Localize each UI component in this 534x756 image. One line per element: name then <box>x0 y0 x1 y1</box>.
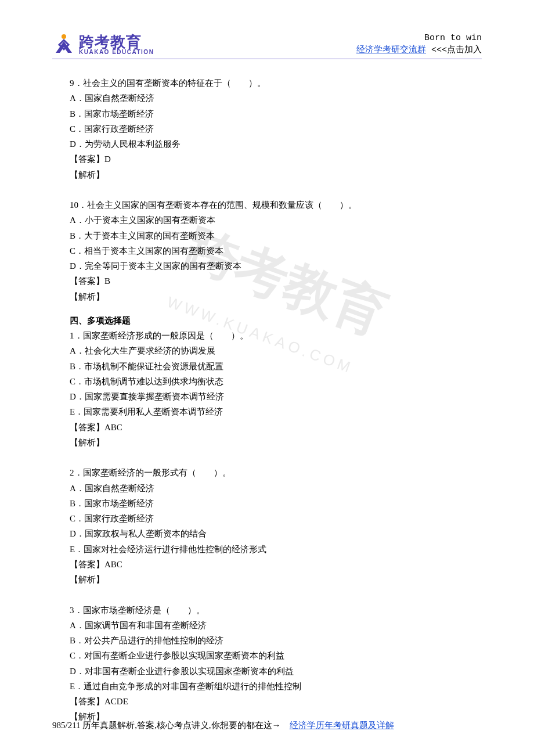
question-option: B．国家市场垄断经济 <box>52 496 482 511</box>
header-link[interactable]: 经济学考研交流群 <box>356 45 426 55</box>
header-slogan: Born to win <box>356 32 482 44</box>
question-stem: 9．社会主义的国有垄断资本的特征在于（ ）。 <box>52 75 482 91</box>
content: 9．社会主义的国有垄断资本的特征在于（ ）。 A．国家自然垄断经济 B．国家市场… <box>52 75 482 725</box>
question-stem: 3．国家市场垄断经济是（ ）。 <box>52 603 482 618</box>
question-option: D．国家政权与私人垄断资本的结合 <box>52 526 482 541</box>
blank-line <box>52 450 482 465</box>
question-option: A．国家自然垄断经济 <box>52 91 482 106</box>
question-option: D．完全等同于资本主义国家的国有垄断资本 <box>52 258 482 273</box>
question-option: B．国家市场垄断经济 <box>52 106 482 121</box>
logo-en: KUAKAO EDUCATION <box>79 49 154 55</box>
header-hint: <<<点击加入 <box>426 45 482 55</box>
question-analysis: 【解析】 <box>52 167 482 182</box>
question-option: C．市场机制调节难以达到供求均衡状态 <box>52 374 482 389</box>
question-option: D．对非国有垄断企业进行参股以实现国家垄断资本的利益 <box>52 664 482 679</box>
blank-line <box>52 182 482 197</box>
question-option: A．小于资本主义国家的国有垄断资本 <box>52 213 482 228</box>
question-option: A．国家调节国有和非国有垄断经济 <box>52 618 482 633</box>
question-answer: 【答案】ACDE <box>52 694 482 709</box>
question-stem: 1．国家垄断经济形成的一般原因是（ ）。 <box>52 328 482 343</box>
logo: 跨考教育 KUAKAO EDUCATION <box>52 33 154 56</box>
header-link-row: 经济学考研交流群 <<<点击加入 <box>356 44 482 56</box>
question-stem: 10．社会主义国家的国有垄断资本存在的范围、规模和数量应该（ ）。 <box>52 197 482 213</box>
question-analysis: 【解析】 <box>52 572 482 587</box>
question-option: B．大于资本主义国家的国有垄断资本 <box>52 228 482 243</box>
question-answer: 【答案】B <box>52 273 482 289</box>
logo-icon <box>52 33 75 56</box>
blank-line <box>52 587 482 602</box>
question-analysis: 【解析】 <box>52 435 482 450</box>
question-option: E．国家对社会经济运行进行排他性控制的经济形式 <box>52 542 482 557</box>
section-title: 四、多项选择题 <box>52 313 482 328</box>
page: 跨考教育 WWW.KUAKAO.COM 跨考教育 KUAKAO EDUCATIO… <box>0 0 534 756</box>
footer-text: 985/211 历年真题解析,答案,核心考点讲义,你想要的都在这→ <box>52 721 290 730</box>
question-option: A．社会化大生产要求经济的协调发展 <box>52 343 482 358</box>
question-option: E．国家需要利用私人垄断资本调节经济 <box>52 404 482 419</box>
logo-text: 跨考教育 KUAKAO EDUCATION <box>79 34 154 55</box>
question-answer: 【答案】ABC <box>52 557 482 572</box>
footer-link[interactable]: 经济学历年考研真题及详解 <box>290 721 394 730</box>
logo-cn: 跨考教育 <box>79 34 154 49</box>
question-option: D．国家需要直接掌握垄断资本调节经济 <box>52 389 482 404</box>
question-option: B．市场机制不能保证社会资源最优配置 <box>52 359 482 374</box>
question-answer: 【答案】ABC <box>52 420 482 435</box>
question-option: C．国家行政垄断经济 <box>52 121 482 136</box>
question-option: E．通过自由竞争形成的对非国有垄断组织进行的排他性控制 <box>52 679 482 694</box>
question-analysis: 【解析】 <box>52 289 482 304</box>
question-option: C．相当于资本主义国家的国有垄断资本 <box>52 243 482 258</box>
svg-point-0 <box>62 34 66 39</box>
question-option: C．国家行政垄断经济 <box>52 511 482 526</box>
question-answer: 【答案】D <box>52 152 482 167</box>
question-option: A．国家自然垄断经济 <box>52 481 482 496</box>
question-option: C．对国有垄断企业进行参股以实现国家垄断资本的利益 <box>52 648 482 663</box>
header-right: Born to win 经济学考研交流群 <<<点击加入 <box>356 32 482 56</box>
page-header: 跨考教育 KUAKAO EDUCATION Born to win 经济学考研交… <box>52 32 482 59</box>
question-stem: 2．国家垄断经济的一般形式有（ ）。 <box>52 465 482 480</box>
page-footer: 985/211 历年真题解析,答案,核心考点讲义,你想要的都在这→ 经济学历年考… <box>52 718 482 733</box>
question-option: B．对公共产品进行的排他性控制的经济 <box>52 633 482 648</box>
question-option: D．为劳动人民根本利益服务 <box>52 136 482 152</box>
